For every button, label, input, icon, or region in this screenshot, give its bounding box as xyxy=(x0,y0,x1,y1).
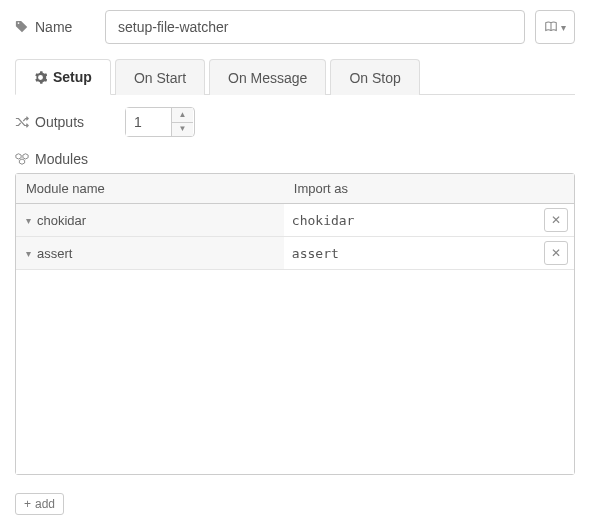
close-icon: ✕ xyxy=(551,213,561,227)
tab-label: Setup xyxy=(53,69,92,85)
name-label: Name xyxy=(35,19,72,35)
plus-icon: + xyxy=(24,497,31,511)
module-name-text: chokidar xyxy=(37,213,86,228)
tab-setup[interactable]: Setup xyxy=(15,59,111,95)
modules-label: Modules xyxy=(35,151,88,167)
outputs-spinner: ▲ ▼ xyxy=(125,107,195,137)
modules-table: Module name Import as ▾ chokidar ✕ ▾ xyxy=(15,173,575,475)
tab-label: On Stop xyxy=(349,70,400,86)
layers-dropdown-button[interactable]: ▾ xyxy=(535,10,575,44)
outputs-decrement[interactable]: ▼ xyxy=(172,123,193,137)
delete-row-button[interactable]: ✕ xyxy=(544,208,568,232)
tab-on-stop[interactable]: On Stop xyxy=(330,59,419,95)
tab-on-message[interactable]: On Message xyxy=(209,59,326,95)
table-row: ▾ chokidar ✕ xyxy=(16,204,574,237)
module-name-cell[interactable]: ▾ chokidar xyxy=(16,204,284,236)
cubes-icon xyxy=(15,152,29,166)
tab-label: On Start xyxy=(134,70,186,86)
add-button-label: add xyxy=(35,497,55,511)
column-module-name: Module name xyxy=(16,174,284,203)
outputs-label: Outputs xyxy=(35,114,84,130)
import-as-input[interactable] xyxy=(290,209,540,232)
close-icon: ✕ xyxy=(551,246,561,260)
outputs-increment[interactable]: ▲ xyxy=(172,108,193,123)
outputs-input[interactable] xyxy=(126,108,171,136)
table-row: ▾ assert ✕ xyxy=(16,237,574,270)
tabs: Setup On Start On Message On Stop xyxy=(15,59,575,95)
add-button[interactable]: + add xyxy=(15,493,64,515)
module-name-text: assert xyxy=(37,246,72,261)
delete-row-button[interactable]: ✕ xyxy=(544,241,568,265)
gear-icon xyxy=(34,71,47,84)
tab-label: On Message xyxy=(228,70,307,86)
shuffle-icon xyxy=(15,115,29,129)
name-input[interactable] xyxy=(105,10,525,44)
book-icon xyxy=(544,20,558,34)
caret-down-icon: ▾ xyxy=(26,215,31,226)
column-import-as: Import as xyxy=(284,174,574,203)
import-as-input[interactable] xyxy=(290,242,540,265)
tab-on-start[interactable]: On Start xyxy=(115,59,205,95)
caret-down-icon: ▾ xyxy=(561,22,566,33)
caret-down-icon: ▾ xyxy=(26,248,31,259)
module-name-cell[interactable]: ▾ assert xyxy=(16,237,284,269)
tag-icon xyxy=(15,20,29,34)
